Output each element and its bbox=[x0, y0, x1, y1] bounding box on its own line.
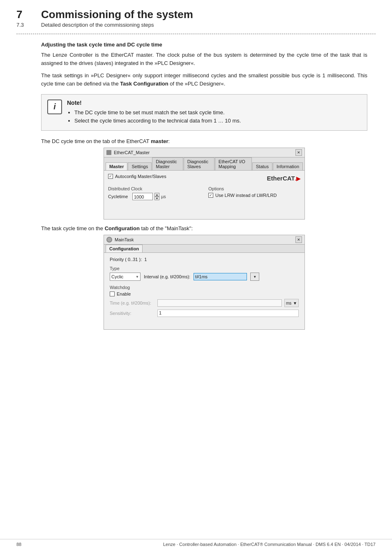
caption-bold: master bbox=[151, 138, 168, 144]
time-label: Time (e.g. t#200ms): bbox=[110, 301, 155, 305]
lwrw-row: Use LRW instead of LWR/LRD bbox=[208, 193, 300, 198]
ms-arrow-icon: ▼ bbox=[293, 301, 297, 305]
sensitivity-label: Sensitivity: bbox=[110, 311, 155, 316]
page-number: 88 bbox=[16, 542, 21, 547]
cycletime-unit: µs bbox=[161, 194, 166, 199]
ethercat-tab-bar: Master Settings Diagnostic Master Diagno… bbox=[104, 157, 304, 171]
autoconfig-row: Autoconfig Master/Slaves bbox=[108, 174, 166, 179]
note-list: The DC cycle time to be set must match t… bbox=[67, 109, 361, 126]
chapter-number: 7 bbox=[16, 8, 33, 21]
dist-clock-group: Distributed Clock Cycletime 1000 ▲ ▼ µs bbox=[108, 186, 200, 201]
type-label: Type bbox=[110, 266, 299, 271]
priority-label: Priority ( 0..31 ): bbox=[110, 257, 142, 262]
maintask-titlebar: MainTask ✕ bbox=[104, 235, 304, 245]
sub-heading-text: Detailed description of the commissionin… bbox=[41, 22, 154, 28]
cycletime-input[interactable]: 1000 bbox=[132, 193, 153, 200]
sub-number: 7.3 bbox=[16, 22, 33, 28]
watchdog-section: Watchdog Enable Time (e.g. t#200ms): ms … bbox=[110, 285, 299, 317]
sensitivity-input[interactable]: 1 bbox=[157, 310, 299, 317]
maintask-window-title: MainTask bbox=[115, 237, 134, 242]
chapter-title: Commissioning of the system bbox=[41, 8, 193, 21]
interval-select-btn[interactable]: ▼ bbox=[250, 273, 259, 281]
note-icon: i bbox=[47, 99, 62, 114]
interval-value: t#1ms bbox=[195, 274, 208, 279]
enable-label: Enable bbox=[117, 291, 131, 296]
para2-bold: Task Configuration bbox=[120, 81, 168, 87]
window-icon bbox=[106, 150, 111, 155]
cycletime-row: Cycletime 1000 ▲ ▼ µs bbox=[108, 193, 200, 200]
autoconfig-checkbox[interactable] bbox=[108, 174, 113, 179]
ethercat-window-title: EtherCAT_Master bbox=[114, 150, 150, 155]
ms-select[interactable]: ms ▼ bbox=[284, 299, 299, 307]
body-para2: The task settings in »PLC Designer« only… bbox=[41, 72, 367, 88]
maintask-body: Priority ( 0..31 ): 1 Type Cyclic ▼ Inte… bbox=[104, 253, 304, 329]
note-bullet2: Select the cycle times according to the … bbox=[74, 117, 361, 125]
window-close-btn[interactable]: ✕ bbox=[295, 149, 302, 156]
ethercat-window-body: Autoconfig Master/Slaves EtherCAT.▶ Dist… bbox=[104, 171, 304, 219]
type-section: Type Cyclic ▼ Interval (e.g. t#200ms): t… bbox=[110, 266, 299, 281]
cycletime-label: Cycletime bbox=[108, 194, 131, 199]
spin-up[interactable]: ▲ bbox=[154, 193, 159, 197]
note-title: Note! bbox=[67, 99, 361, 106]
maintask-caption-bold: Configuration bbox=[105, 225, 140, 231]
watchdog-enable-row: Enable bbox=[110, 291, 299, 296]
priority-value: 1 bbox=[144, 257, 147, 262]
tab-settings[interactable]: Settings bbox=[128, 162, 152, 170]
interval-label: Interval (e.g. t#200ms): bbox=[144, 274, 190, 279]
body-para1: The Lenze Controller is the EtherCAT mas… bbox=[41, 51, 367, 67]
lwrw-label: Use LRW instead of LWR/LRD bbox=[215, 193, 277, 198]
maintask-close-btn[interactable]: ✕ bbox=[295, 236, 302, 243]
maintask-caption: The task cycle time on the Configuration… bbox=[41, 225, 367, 231]
select-arrow-icon: ▼ bbox=[136, 275, 139, 279]
autoconfig-label: Autoconfig Master/Slaves bbox=[115, 174, 166, 179]
watchdog-label: Watchdog bbox=[110, 285, 299, 290]
sensitivity-row: Sensitivity: 1 bbox=[110, 310, 299, 317]
tab-configuration[interactable]: Configuration bbox=[106, 245, 143, 252]
interval-select-arrow: ▼ bbox=[253, 275, 256, 279]
priority-row: Priority ( 0..31 ): 1 bbox=[110, 257, 299, 262]
sensitivity-value: 1 bbox=[159, 310, 161, 315]
maintask-tab-bar: Configuration bbox=[104, 245, 304, 253]
dist-clock-label: Distributed Clock bbox=[108, 186, 200, 191]
options-row: Distributed Clock Cycletime 1000 ▲ ▼ µs bbox=[108, 186, 300, 201]
note-content: Note! The DC cycle time to be set must m… bbox=[67, 99, 361, 126]
maintask-window: MainTask ✕ Configuration Priority ( 0..3… bbox=[104, 235, 305, 330]
time-row: Time (e.g. t#200ms): ms ▼ bbox=[110, 299, 299, 307]
tab-diagnostic-master[interactable]: Diagnostic Master bbox=[152, 157, 183, 170]
time-input[interactable] bbox=[157, 299, 282, 307]
maintask-caption-post: tab of the "MainTask": bbox=[140, 225, 193, 231]
section-heading: Adjusting the task cycle time and DC cyc… bbox=[41, 42, 367, 48]
note-bullet1: The DC cycle time to be set must match t… bbox=[74, 109, 361, 117]
maintask-caption-pre: The task cycle time on the bbox=[41, 225, 105, 231]
interval-input[interactable]: t#1ms bbox=[194, 273, 247, 280]
header: 7 Commissioning of the system 7.3 Detail… bbox=[16, 8, 376, 28]
ethercat-master-window: EtherCAT_Master ✕ Master Settings Diagno… bbox=[104, 148, 305, 220]
doc-info: Lenze · Controller-based Automation · Et… bbox=[163, 542, 376, 547]
options-group: Options Use LRW instead of LWR/LRD bbox=[208, 186, 300, 201]
tab-master[interactable]: Master bbox=[106, 162, 127, 170]
type-value: Cyclic bbox=[111, 274, 123, 279]
ms-unit: ms bbox=[286, 301, 291, 305]
maintask-icon bbox=[106, 237, 112, 243]
ethercat-caption: The DC cycle time on the tab of the Ethe… bbox=[41, 138, 367, 144]
tab-diagnostic-slaves[interactable]: Diagnostic Slaves bbox=[184, 157, 214, 170]
note-box: i Note! The DC cycle time to be set must… bbox=[41, 94, 367, 131]
spin-btns[interactable]: ▲ ▼ bbox=[154, 193, 159, 200]
type-select[interactable]: Cyclic ▼ bbox=[110, 273, 141, 281]
options-label: Options bbox=[208, 186, 300, 191]
enable-checkbox[interactable] bbox=[110, 291, 115, 296]
tab-information[interactable]: Information bbox=[273, 162, 303, 170]
type-row: Cyclic ▼ Interval (e.g. t#200ms): t#1ms … bbox=[110, 273, 299, 281]
caption-post: : bbox=[168, 138, 170, 144]
ethercat-titlebar: EtherCAT_Master ✕ bbox=[104, 148, 304, 157]
para2-text2: of the »PLC Designer«. bbox=[168, 81, 226, 87]
ethercat-logo: EtherCAT.▶ bbox=[267, 175, 300, 182]
spin-down[interactable]: ▼ bbox=[154, 197, 159, 200]
caption-pre: The DC cycle time on the tab of the Ethe… bbox=[41, 138, 151, 144]
section-divider bbox=[16, 34, 376, 34]
tab-ethercat-io-mapping[interactable]: EtherCAT I/O Mapping bbox=[215, 157, 252, 170]
page-footer: 88 Lenze · Controller-based Automation ·… bbox=[0, 539, 392, 547]
lwrw-checkbox[interactable] bbox=[208, 193, 213, 198]
tab-status[interactable]: Status bbox=[252, 162, 272, 170]
